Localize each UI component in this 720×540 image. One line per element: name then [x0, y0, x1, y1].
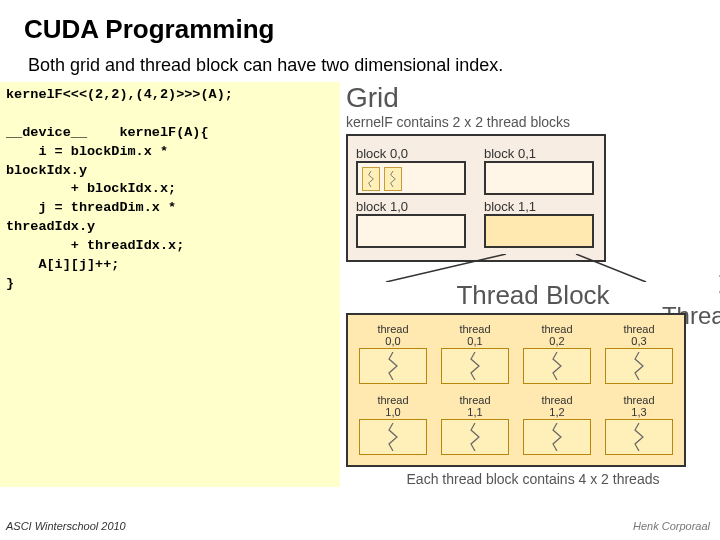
block-cell — [356, 161, 466, 195]
thread-cell: thread 1,0 — [359, 394, 427, 455]
thread-icon — [441, 419, 509, 455]
thread-cell: thread 0,3 — [605, 323, 673, 384]
code-block: kernelF<<<(2,2),(4,2)>>>(A); __device__ … — [0, 82, 340, 487]
grid-block: block 1,0 — [356, 199, 466, 248]
thread-block-box: thread 0,0 thread 0,1 thread 0,2 — [346, 313, 686, 467]
thread-icon — [605, 348, 673, 384]
diagram: Grid kernelF contains 2 x 2 thread block… — [340, 82, 720, 487]
thread-label-top: thread — [605, 323, 673, 335]
thread-block-wrap: Thread Block thread 0,0 thread 0,1 threa… — [346, 280, 720, 487]
thread-label-bottom: 1,0 — [359, 406, 427, 418]
page-subtitle: Both grid and thread block can have two … — [0, 45, 720, 76]
footer-left: ASCI Winterschool 2010 — [6, 520, 126, 532]
thread-label-bottom: 0,3 — [605, 335, 673, 347]
thread-label-top: thread — [523, 323, 591, 335]
thread-cell: thread 0,1 — [441, 323, 509, 384]
thread-row: thread 1,0 thread 1,1 thread 1,2 — [358, 394, 674, 455]
thread-label-top: thread — [523, 394, 591, 406]
page-title: CUDA Programming — [0, 0, 720, 45]
footer-right: Henk Corporaal — [633, 520, 710, 532]
thread-icon — [359, 348, 427, 384]
thread-label-bottom: 1,2 — [523, 406, 591, 418]
block-label: block 1,1 — [484, 199, 594, 214]
grid-block: block 0,0 — [356, 146, 466, 195]
grid-box: block 0,0 block 0,1 block 1,0 bl — [346, 134, 606, 262]
tiny-thread-icon — [362, 167, 380, 191]
content-area: kernelF<<<(2,2),(4,2)>>>(A); __device__ … — [0, 82, 720, 487]
thread-cell: thread 0,2 — [523, 323, 591, 384]
thread-label-top: thread — [441, 323, 509, 335]
thread-label-bottom: 1,1 — [441, 406, 509, 418]
block-cell — [356, 214, 466, 248]
block-label: block 1,0 — [356, 199, 466, 214]
block-cell-selected — [484, 214, 594, 248]
thread-label-bottom: 0,2 — [523, 335, 591, 347]
tiny-thread-icon — [384, 167, 402, 191]
block-cell — [484, 161, 594, 195]
thread-icon — [523, 419, 591, 455]
thread-block-caption: Each thread block contains 4 x 2 threads — [346, 471, 720, 487]
thread-label-top: thread — [605, 394, 673, 406]
thread-icon — [359, 419, 427, 455]
thread-icon — [523, 348, 591, 384]
thread-icon — [605, 419, 673, 455]
thread-cell: thread 1,1 — [441, 394, 509, 455]
grid-label: Grid — [346, 82, 720, 114]
thread-label-bottom: 0,0 — [359, 335, 427, 347]
grid-block: block 1,1 — [484, 199, 594, 248]
thread-cell: thread 1,2 — [523, 394, 591, 455]
thread-icon — [441, 348, 509, 384]
grid-description: kernelF contains 2 x 2 thread blocks — [346, 114, 720, 130]
thread-label-top: thread — [441, 394, 509, 406]
thread-block-title: Thread Block — [346, 280, 720, 311]
thread-label-top: thread — [359, 323, 427, 335]
grid-row: block 0,0 block 0,1 — [356, 146, 596, 195]
thread-label-top: thread — [359, 394, 427, 406]
thread-label-bottom: 0,1 — [441, 335, 509, 347]
block-label: block 0,0 — [356, 146, 466, 161]
thread-cell: thread 1,3 — [605, 394, 673, 455]
grid-block: block 0,1 — [484, 146, 594, 195]
grid-row: block 1,0 block 1,1 — [356, 199, 596, 248]
block-label: block 0,1 — [484, 146, 594, 161]
thread-label-bottom: 1,3 — [605, 406, 673, 418]
thread-row: thread 0,0 thread 0,1 thread 0,2 — [358, 323, 674, 384]
thread-cell: thread 0,0 — [359, 323, 427, 384]
